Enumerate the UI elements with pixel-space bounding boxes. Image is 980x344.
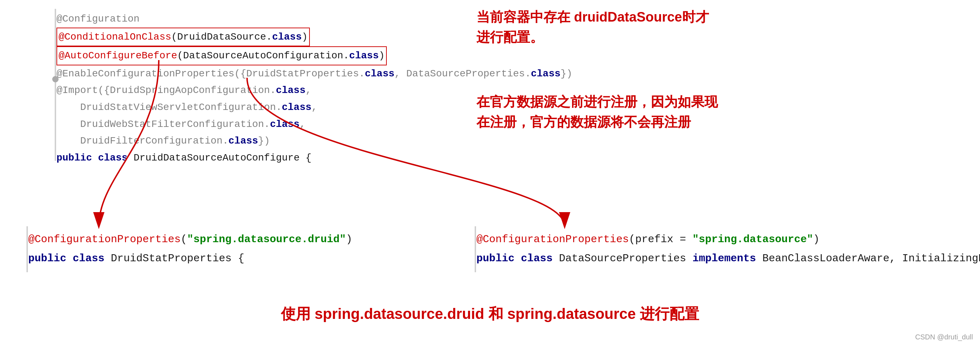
code-line-8: DruidFilterConfiguration.class}) (56, 133, 573, 150)
class-keyword-4: class (365, 68, 395, 79)
left-border-bottom-right (475, 226, 476, 272)
chinese-2-line2: 在注册，官方的数据源将不会再注册 (476, 112, 718, 132)
annotation-8-end: }) (258, 135, 270, 146)
chinese-annotation-2: 在官方数据源之前进行注册，因为如果现 在注册，官方的数据源将不会再注册 (476, 92, 718, 132)
conditional-param: (DruidDataSource. (171, 32, 272, 42)
annotation-7-end: , (300, 119, 305, 130)
class-keyword-5: class (276, 85, 305, 96)
code-line-3: @AutoConfigureBefore(DataSourceAutoConfi… (56, 46, 573, 66)
code-line-9: public class DruidDataSourceAutoConfigur… (56, 150, 573, 166)
class-keyword-8: class (228, 135, 258, 146)
highlight-autoconfigure: @AutoConfigureBefore(DataSourceAutoConfi… (56, 46, 387, 66)
bl-param-open: ( (181, 234, 187, 245)
annotation-import-end: , (305, 85, 312, 96)
bl-string: "spring.datasource.druid" (187, 234, 346, 245)
bl-annotation: @ConfigurationProperties (28, 234, 181, 245)
br-classname: DataSourceProperties (559, 253, 692, 264)
bottom-right-line2: public class DataSourceProperties implem… (476, 249, 980, 268)
code-block-bottom-left: @ConfigurationProperties("spring.datasou… (28, 230, 352, 268)
annotation-autoconfigure: @AutoConfigureBefore (59, 50, 177, 61)
chinese-2-line1: 在官方数据源之前进行注册，因为如果现 (476, 92, 718, 112)
annotation-enable-2: , DataSourceProperties. (395, 68, 531, 79)
br-rest: BeanClassLoaderAware, InitializingBean { (762, 253, 980, 264)
autoconfigure-param: (DataSourceAutoConfiguration. (177, 50, 349, 61)
bl-class: class (73, 253, 105, 264)
bottom-right-line1: @ConfigurationProperties(prefix = "sprin… (476, 230, 980, 249)
annotation-6-end: , (312, 102, 318, 113)
page-container: @Configuration @ConditionalOnClass(Druid… (0, 0, 980, 344)
br-string: "spring.datasource" (692, 234, 813, 245)
classname-9: DruidDataSourceAutoConfigure { (128, 152, 312, 163)
br-param-open: (prefix = (629, 234, 692, 245)
annotation-configuration: @Configuration (56, 13, 139, 24)
conditional-end: ) (302, 32, 308, 42)
bottom-left-line1: @ConfigurationProperties("spring.datasou… (28, 230, 352, 249)
bl-classname: DruidStatProperties { (111, 253, 244, 264)
keyword-class-9: class (98, 152, 128, 163)
br-class: class (521, 253, 553, 264)
annotation-7: DruidWebStatFilterConfiguration. (56, 119, 270, 130)
autoconfigure-class: class (349, 50, 379, 61)
class-keyword-6: class (282, 102, 312, 113)
left-border-bottom-left (27, 226, 28, 272)
annotation-enable: @EnableConfigurationProperties({DruidSta… (56, 68, 365, 79)
annotation-import: @Import({DruidSpringAopConfiguration. (56, 85, 276, 96)
br-implements: implements (692, 253, 756, 264)
chinese-annotation-1: 当前容器中存在 druidDataSource时才 进行配置。 (476, 7, 709, 47)
annotation-6: DruidStatViewServletConfiguration. (56, 102, 282, 113)
conditional-class: class (272, 32, 302, 42)
autoconfigure-end: ) (379, 50, 385, 61)
keyword-public-9: public (56, 152, 92, 163)
bottom-left-line2: public class DruidStatProperties { (28, 249, 352, 268)
br-public: public (476, 253, 514, 264)
bl-param-close: ) (346, 234, 352, 245)
code-line-4: @EnableConfigurationProperties({DruidSta… (56, 66, 573, 82)
watermark: CSDN @druti_dull (915, 333, 973, 341)
space-9 (92, 152, 98, 163)
annotation-enable-3: }) (560, 68, 573, 79)
chinese-1-line2: 进行配置。 (476, 27, 709, 47)
class-keyword-4b: class (531, 68, 560, 79)
chinese-1-line1: 当前容器中存在 druidDataSource时才 (476, 7, 709, 27)
left-border-indicator (55, 9, 56, 161)
br-param-close: ) (813, 234, 819, 245)
br-annotation: @ConfigurationProperties (476, 234, 629, 245)
bottom-annotation: 使用 spring.datasource.druid 和 spring.data… (0, 304, 980, 324)
annotation-conditional: @ConditionalOnClass (59, 32, 171, 42)
highlight-conditional: @ConditionalOnClass(DruidDataSource.clas… (56, 27, 310, 47)
bl-public: public (28, 253, 66, 264)
code-block-bottom-right: @ConfigurationProperties(prefix = "sprin… (476, 230, 980, 268)
class-keyword-7: class (270, 119, 300, 130)
annotation-8: DruidFilterConfiguration. (56, 135, 228, 146)
